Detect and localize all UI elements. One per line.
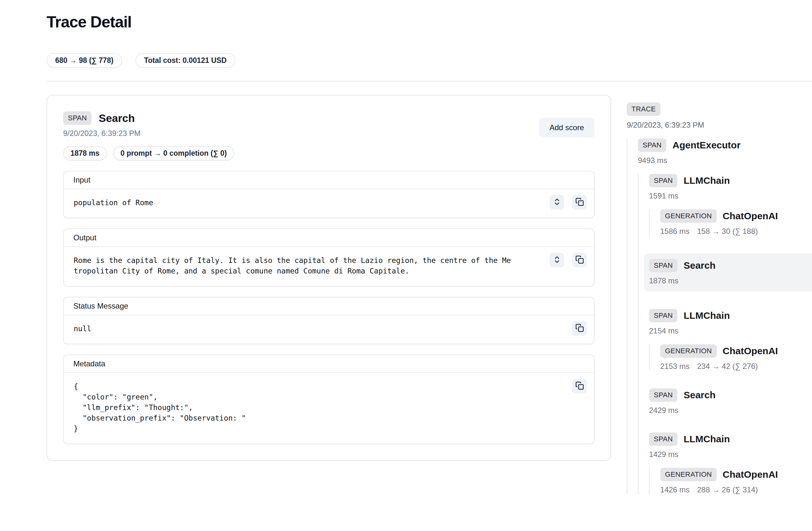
node-token-usage: 288 → 26 (∑ 314): [697, 485, 758, 494]
tree-node-llmchain-2[interactable]: SPAN LLMChain 2154 ms GENERATION ChatOpe…: [649, 309, 812, 371]
metadata-copy-button[interactable]: [572, 379, 587, 393]
input-expand-button[interactable]: [550, 195, 564, 210]
chevrons-up-down-icon: [553, 198, 561, 207]
llmchain-1-children: GENERATION ChatOpenAI 1586 ms 158 → 30 (…: [649, 209, 812, 236]
node-name: LLMChain: [683, 434, 730, 445]
node-name: AgentExecutor: [672, 140, 740, 150]
trace-children: SPAN AgentExecutor 9493 ms SPAN LLMChain…: [627, 139, 812, 494]
input-section-label: Input: [64, 171, 594, 189]
tree-node-search-1-selected[interactable]: SPAN Search 1878 ms: [644, 253, 812, 291]
output-copy-button[interactable]: [572, 253, 587, 268]
copy-icon: [575, 255, 584, 265]
observation-card: SPAN Search 9/20/2023, 6:39:23 PM 1878 m…: [46, 95, 611, 461]
node-type-badge: SPAN: [649, 388, 678, 402]
observation-timestamp: 9/20/2023, 6:39:23 PM: [63, 129, 234, 138]
input-content: population of Rome: [74, 198, 536, 208]
node-latency: 1586 ms: [660, 227, 690, 235]
node-latency: 9493 ms: [638, 156, 667, 165]
node-name: LLMChain: [683, 310, 730, 321]
output-content: Rome is the capital city of Italy. It is…: [74, 255, 512, 276]
node-name: Search: [683, 390, 715, 401]
node-name: LLMChain: [683, 175, 730, 186]
node-type-badge: SPAN: [649, 174, 678, 187]
output-section: Output Rome is the capital city of Italy…: [63, 229, 594, 287]
metadata-content: { "color": "green", "llm_prefix": "Thoug…: [74, 381, 536, 434]
metadata-label: Metadata: [64, 355, 594, 373]
node-type-badge: SPAN: [638, 139, 666, 152]
tree-node-chatopenai-3[interactable]: GENERATION ChatOpenAI 1426 ms 288 → 26 (…: [660, 468, 812, 494]
add-score-button[interactable]: Add score: [539, 118, 594, 138]
status-message-label: Status Message: [64, 298, 594, 315]
token-usage-badge: 680 → 98 (∑ 778): [46, 53, 122, 68]
node-type-badge: SPAN: [649, 259, 678, 272]
node-name: ChatOpenAI: [723, 469, 778, 480]
status-message-content: null: [74, 324, 536, 334]
node-name: ChatOpenAI: [723, 346, 778, 357]
agentexecutor-children: SPAN LLMChain 1591 ms GENERATION ChatOpe…: [638, 174, 812, 494]
llmchain-2-children: GENERATION ChatOpenAI 2153 ms 234 → 42 (…: [649, 344, 812, 371]
tree-node-chatopenai-1[interactable]: GENERATION ChatOpenAI 1586 ms 158 → 30 (…: [660, 209, 812, 236]
node-type-badge: GENERATION: [660, 468, 716, 481]
llmchain-3-children: GENERATION ChatOpenAI 1426 ms 288 → 26 (…: [649, 468, 812, 494]
node-token-usage: 234 → 42 (∑ 276): [697, 362, 758, 371]
tree-node-llmchain-3[interactable]: SPAN LLMChain 1429 ms GENERATION ChatOpe…: [649, 432, 812, 494]
input-section: Input population of Rome: [63, 171, 594, 218]
tree-node-agentexecutor[interactable]: SPAN AgentExecutor 9493 ms SPAN LLMChain…: [638, 139, 812, 494]
trace-detail-page: Trace Detail 680 → 98 (∑ 778) Total cost…: [0, 0, 812, 494]
trace-tree-sidebar: TRACE 9/20/2023, 6:39:23 PM SPAN AgentEx…: [627, 95, 812, 494]
trace-timestamp: 9/20/2023, 6:39:23 PM: [627, 120, 812, 130]
node-token-usage: 158 → 30 (∑ 188): [697, 227, 758, 235]
copy-icon: [575, 324, 584, 333]
output-section-label: Output: [64, 229, 594, 247]
status-message-section: Status Message null: [63, 297, 594, 344]
node-name: ChatOpenAI: [723, 211, 778, 221]
token-count-badge: 0 prompt → 0 completion (∑ 0): [113, 146, 234, 160]
trace-type-badge: TRACE: [627, 102, 661, 116]
tree-node-search-2[interactable]: SPAN Search 2429 ms: [649, 388, 812, 415]
observation-header: SPAN Search 9/20/2023, 6:39:23 PM 1878 m…: [63, 111, 234, 160]
metadata-section: Metadata { "color": "green", "llm_prefix…: [63, 355, 594, 444]
total-cost-badge: Total cost: 0.00121 USD: [135, 53, 235, 68]
node-latency: 1426 ms: [660, 485, 690, 494]
node-latency: 1429 ms: [649, 450, 678, 459]
copy-icon: [575, 381, 584, 391]
header-divider: [46, 81, 812, 81]
copy-icon: [575, 198, 584, 207]
tree-node-llmchain-1[interactable]: SPAN LLMChain 1591 ms GENERATION ChatOpe…: [649, 174, 812, 236]
page-title: Trace Detail: [46, 13, 812, 31]
latency-badge: 1878 ms: [63, 146, 107, 160]
node-latency: 2429 ms: [649, 406, 678, 415]
node-latency: 1878 ms: [649, 276, 678, 285]
observation-title: Search: [99, 112, 134, 125]
observation-type-badge: SPAN: [63, 111, 91, 125]
node-type-badge: GENERATION: [660, 344, 716, 358]
node-latency: 2154 ms: [649, 327, 678, 335]
output-expand-button[interactable]: [550, 253, 564, 268]
node-type-badge: SPAN: [649, 309, 678, 322]
trace-summary-badges: 680 → 98 (∑ 778) Total cost: 0.00121 USD: [46, 53, 812, 68]
node-latency: 1591 ms: [649, 191, 678, 200]
tree-node-chatopenai-2[interactable]: GENERATION ChatOpenAI 2153 ms 234 → 42 (…: [660, 344, 812, 371]
status-message-copy-button[interactable]: [572, 321, 587, 336]
input-copy-button[interactable]: [572, 195, 587, 210]
node-type-badge: SPAN: [649, 432, 678, 446]
node-name: Search: [683, 260, 715, 271]
chevrons-up-down-icon: [553, 255, 561, 265]
node-type-badge: GENERATION: [660, 209, 716, 223]
node-latency: 2153 ms: [660, 362, 690, 371]
